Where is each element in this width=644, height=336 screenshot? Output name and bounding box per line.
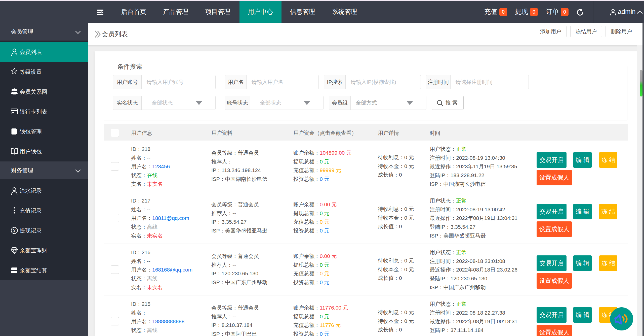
svg-text:¥: ¥ — [13, 228, 16, 233]
